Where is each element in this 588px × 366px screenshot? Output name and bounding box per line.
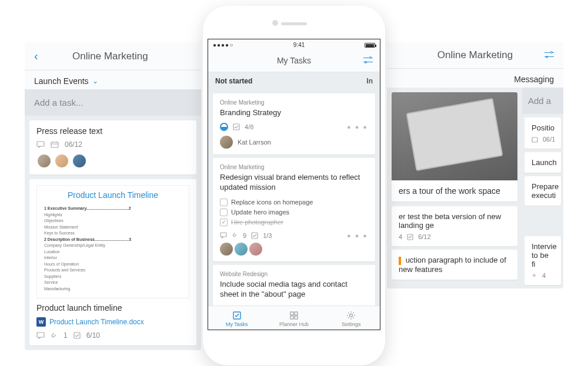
battery-icon — [365, 43, 375, 48]
check-item[interactable]: Update hero images — [220, 207, 368, 217]
filter-icon[interactable] — [544, 50, 554, 61]
task-title: Branding Strategy — [220, 108, 368, 118]
more-icon[interactable]: ● ● ● — [347, 232, 368, 239]
task-card[interactable]: Online Marketing Branding Strategy 4/8 ●… — [213, 93, 375, 155]
task-card[interactable]: ers a tour of the work space — [392, 92, 517, 202]
due-date: 06/1 — [543, 136, 555, 143]
svg-rect-8 — [252, 233, 258, 239]
avatar — [220, 243, 233, 256]
task-card[interactable]: Launch — [524, 152, 561, 173]
add-task-input[interactable]: Add a task... — [25, 89, 201, 116]
board-title: Online Marketing — [38, 51, 182, 62]
task-meta: 4/8 ● ● ● — [220, 123, 368, 131]
svg-rect-7 — [220, 233, 226, 237]
word-icon: W — [36, 317, 46, 327]
checklist-icon — [251, 232, 258, 239]
avatar — [235, 243, 248, 256]
task-title: Include social media tags and contact sh… — [220, 280, 368, 300]
attachment-count: 4 — [542, 272, 546, 279]
task-card[interactable]: uction paragraph to include of new featu… — [392, 250, 517, 280]
checklist-count: 4/8 — [245, 123, 253, 130]
avatar — [220, 136, 233, 149]
task-card[interactable]: Press release text 06/12 — [29, 120, 196, 174]
check-item[interactable]: Hire photographer — [220, 217, 368, 227]
attachment-row[interactable]: W Product Launch Timeline.docx — [36, 317, 189, 327]
task-title: Product launch timeline — [36, 303, 189, 313]
task-meta: 06/1 — [532, 136, 554, 143]
left-tablet-board: ‹ Online Marketing Launch Events ⌄ Add a… — [25, 42, 201, 350]
screen-header: My Tasks — [208, 51, 380, 72]
checklist-icon — [233, 123, 240, 130]
back-icon[interactable]: ‹ — [34, 49, 38, 63]
attachment-icon — [532, 272, 537, 279]
task-card[interactable]: Website Redesign Include social media ta… — [213, 265, 375, 305]
filter-icon[interactable] — [363, 55, 373, 66]
avatar — [72, 153, 87, 169]
assignee-avatars — [220, 243, 368, 256]
attachment-count: 9 — [243, 232, 246, 239]
bucket-label-partial: In — [366, 77, 373, 85]
task-card[interactable]: Prepare executi — [524, 176, 561, 206]
attachment-count: 1 — [64, 331, 68, 340]
comment-icon — [36, 332, 45, 339]
svg-rect-2 — [37, 333, 44, 337]
task-photo — [392, 92, 517, 180]
left-header: ‹ Online Marketing — [25, 42, 201, 70]
bucket-header: Not started In — [208, 72, 380, 90]
svg-rect-12 — [290, 316, 293, 319]
attachment-icon — [51, 332, 58, 339]
right-header: Online Marketing — [387, 42, 563, 69]
attachment-icon — [232, 232, 238, 239]
calendar-icon — [532, 136, 538, 143]
bucket-label: Not started — [215, 77, 252, 85]
svg-rect-3 — [74, 333, 80, 338]
comment-icon — [220, 232, 227, 239]
count: 4 — [399, 233, 402, 240]
task-card[interactable]: er test the beta version of new landing … — [392, 206, 517, 246]
task-title: er test the beta version of new landing … — [399, 212, 510, 230]
nav-mytasks[interactable]: My Tasks — [208, 306, 265, 330]
check-item[interactable]: Replace icons on homepage — [220, 197, 368, 207]
task-card[interactable]: Positio 06/1 — [524, 117, 561, 149]
phone-screen: ●●●●○ 9:41 My Tasks Not started In Onlin… — [208, 39, 380, 330]
checkbox-icon[interactable] — [220, 199, 228, 206]
checkbox-icon[interactable] — [220, 209, 228, 216]
checklist-count: 6/10 — [86, 331, 100, 340]
task-title: Prepare executi — [532, 182, 554, 200]
bucket-label: Launch Events — [34, 76, 89, 86]
status-time: 9:41 — [293, 42, 305, 48]
task-card[interactable]: Product Launch Timeline 1 Executive Summ… — [29, 179, 196, 345]
task-title: Redesign visual brand elements to reflec… — [220, 173, 368, 193]
checklist: Replace icons on homepage Update hero im… — [220, 197, 368, 227]
task-title: Launch — [532, 158, 554, 167]
calendar-icon — [51, 141, 59, 148]
doc-thumbnail: Product Launch Timeline 1 Executive Summ… — [36, 185, 189, 298]
svg-rect-5 — [532, 137, 537, 142]
hub-icon — [265, 310, 322, 320]
svg-rect-6 — [233, 124, 239, 130]
gear-icon — [323, 310, 380, 320]
svg-rect-1 — [51, 142, 58, 147]
svg-rect-13 — [295, 316, 298, 319]
task-card[interactable]: Intervie to be fi 4 — [524, 236, 561, 285]
bucket-selector[interactable]: Launch Events ⌄ — [25, 70, 201, 89]
due-date: 06/12 — [65, 140, 82, 149]
add-task-input[interactable]: Add a — [522, 88, 563, 114]
mytasks-icon — [208, 310, 265, 320]
task-meta: 4 — [532, 272, 554, 279]
avatar — [54, 153, 69, 169]
checkbox-icon[interactable] — [220, 219, 228, 226]
plan-name: Website Redesign — [220, 271, 368, 277]
right-tablet-board: Online Marketing Messaging ers a tour of… — [387, 42, 563, 288]
nav-plannerhub[interactable]: Planner Hub — [265, 306, 322, 330]
task-list[interactable]: Online Marketing Branding Strategy 4/8 ●… — [208, 90, 380, 305]
task-meta: 1 6/10 — [36, 331, 189, 340]
task-card[interactable]: Online Marketing Redesign visual brand e… — [213, 158, 375, 261]
nav-settings[interactable]: Settings — [323, 306, 380, 330]
task-meta: 4 6/12 — [399, 233, 510, 240]
bucket-label: Messaging — [505, 69, 563, 88]
task-title: uction paragraph to include of new featu… — [399, 256, 506, 274]
avatar — [249, 243, 262, 256]
more-icon[interactable]: ● ● ● — [347, 123, 368, 130]
checklist-count: 1/3 — [263, 232, 272, 239]
